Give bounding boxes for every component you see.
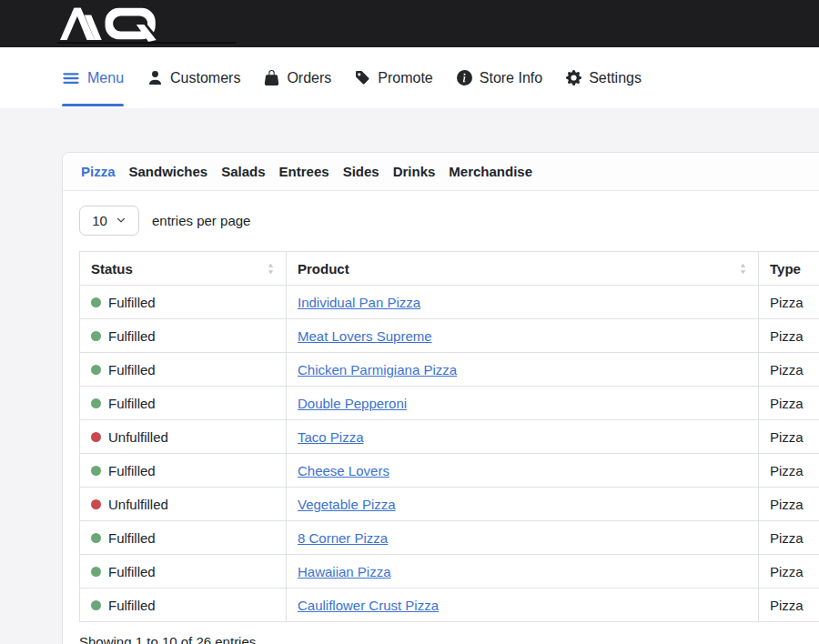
status-cell: Fulfilled [80, 286, 287, 319]
status-label: Fulfilled [108, 564, 156, 579]
type-cell: Pizza [759, 454, 819, 488]
product-cell: Taco Pizza [287, 420, 759, 454]
product-link[interactable]: Individual Pan Pizza [298, 295, 420, 310]
type-label: Pizza [770, 497, 804, 512]
app-header [0, 0, 819, 47]
status-dot-fulfilled [91, 331, 101, 341]
type-cell: Pizza [759, 488, 819, 521]
type-label: Pizza [770, 362, 804, 377]
status-label: Fulfilled [108, 463, 156, 478]
tab-entrees[interactable]: Entrees [279, 164, 329, 179]
column-header-label: Product [298, 261, 349, 277]
type-label: Pizza [770, 463, 804, 478]
table-row: FulfilledChicken Parmigiana PizzaPizza [80, 353, 819, 387]
main-nav: Menu Customers Orders Promote Store Info… [0, 47, 819, 108]
product-cell: Meat Lovers Supreme [287, 319, 759, 353]
type-cell: Pizza [759, 589, 819, 622]
table-row: UnfulfilledTaco PizzaPizza [80, 420, 819, 454]
nav-item-label: Customers [170, 70, 240, 86]
tab-merchandise[interactable]: Merchandise [449, 164, 532, 179]
nav-item-customers[interactable]: Customers [147, 47, 240, 108]
table-row: FulfilledCauliflower Crust PizzaPizza [80, 589, 819, 622]
status-dot-fulfilled [91, 567, 101, 577]
nav-item-store-info[interactable]: Store Info [457, 47, 542, 108]
product-link[interactable]: Chicken Parmigiana Pizza [298, 362, 457, 377]
sort-icon [267, 262, 275, 276]
type-label: Pizza [770, 396, 804, 411]
product-cell: 8 Corner Pizza [287, 521, 759, 555]
chevron-down-icon [116, 215, 126, 226]
status-label: Fulfilled [108, 362, 156, 377]
product-link[interactable]: Hawaiian Pizza [298, 564, 391, 579]
nav-item-orders[interactable]: Orders [264, 47, 331, 108]
hamburger-icon [62, 69, 80, 87]
nav-item-label: Menu [87, 70, 124, 86]
sort-icon [739, 262, 747, 276]
product-link[interactable]: Meat Lovers Supreme [298, 328, 432, 344]
type-cell: Pizza [759, 353, 819, 387]
column-header-status[interactable]: Status [80, 252, 287, 286]
status-dot-unfulfilled [91, 432, 101, 442]
type-label: Pizza [770, 295, 804, 310]
table-row: FulfilledDouble PepperoniPizza [80, 387, 819, 420]
table-row: UnfulfilledVegetable PizzaPizza [80, 488, 819, 521]
tag-icon [355, 70, 370, 86]
product-link[interactable]: Double Pepperoni [298, 396, 407, 411]
product-link[interactable]: Vegetable Pizza [298, 497, 396, 512]
type-label: Pizza [770, 598, 804, 613]
nav-item-settings[interactable]: Settings [566, 47, 642, 108]
status-cell: Fulfilled [80, 589, 287, 622]
gear-icon [566, 70, 581, 86]
nav-item-menu[interactable]: Menu [62, 47, 124, 108]
entries-per-page-label: entries per page [152, 213, 250, 228]
product-link[interactable]: Taco Pizza [298, 429, 364, 445]
status-dot-unfulfilled [91, 499, 101, 509]
type-cell: Pizza [759, 420, 819, 454]
status-label: Fulfilled [108, 295, 156, 310]
type-label: Pizza [770, 328, 804, 344]
type-label: Pizza [770, 530, 804, 546]
type-cell: Pizza [759, 521, 819, 555]
tab-sides[interactable]: Sides [343, 164, 379, 179]
status-label: Fulfilled [108, 530, 156, 546]
product-link[interactable]: Cheese Lovers [298, 463, 389, 478]
nav-item-label: Promote [378, 70, 432, 86]
status-cell: Fulfilled [80, 319, 287, 353]
table-row: FulfilledMeat Lovers SupremePizza [80, 319, 819, 353]
column-header-product[interactable]: Product [287, 252, 759, 286]
table-row: Fulfilled8 Corner PizzaPizza [80, 521, 819, 555]
status-cell: Fulfilled [80, 521, 287, 555]
product-link[interactable]: 8 Corner Pizza [298, 530, 388, 546]
menu-card: PizzaSandwichesSaladsEntreesSidesDrinksM… [62, 152, 819, 644]
status-cell: Fulfilled [80, 387, 287, 420]
product-link[interactable]: Cauliflower Crust Pizza [298, 598, 439, 613]
entries-per-page-value: 10 [92, 213, 107, 228]
nav-item-label: Store Info [480, 70, 542, 86]
status-cell: Fulfilled [80, 353, 287, 387]
logo-underline [57, 42, 236, 44]
status-dot-fulfilled [91, 466, 101, 476]
product-cell: Double Pepperoni [287, 387, 759, 420]
status-dot-fulfilled [91, 365, 101, 375]
entries-per-page-row: 10 entries per page [79, 206, 819, 236]
product-cell: Chicken Parmigiana Pizza [287, 353, 759, 387]
category-tabs: PizzaSandwichesSaladsEntreesSidesDrinksM… [63, 153, 819, 191]
status-dot-fulfilled [91, 533, 101, 543]
status-label: Fulfilled [108, 396, 156, 411]
tab-drinks[interactable]: Drinks [393, 164, 436, 179]
table-header-row: Status Product Type [80, 252, 819, 286]
content-area: PizzaSandwichesSaladsEntreesSidesDrinksM… [0, 108, 819, 644]
nav-item-promote[interactable]: Promote [355, 47, 432, 108]
info-icon [457, 70, 472, 86]
column-header-label: Type [770, 261, 801, 277]
table-row: FulfilledCheese LoversPizza [80, 454, 819, 488]
tab-salads[interactable]: Salads [221, 164, 265, 179]
table-row: FulfilledIndividual Pan PizzaPizza [80, 286, 819, 319]
tab-pizza[interactable]: Pizza [81, 164, 116, 179]
status-cell: Fulfilled [80, 555, 287, 589]
tab-sandwiches[interactable]: Sandwiches [129, 164, 208, 179]
bag-icon [264, 70, 279, 86]
entries-per-page-select[interactable]: 10 [79, 206, 139, 236]
status-label: Fulfilled [108, 598, 156, 613]
column-header-type[interactable]: Type [759, 252, 819, 286]
